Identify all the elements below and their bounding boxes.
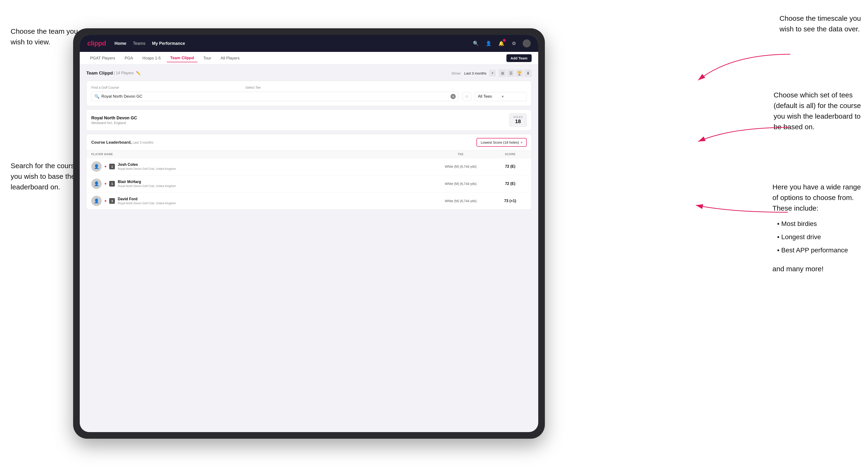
subnav-pga[interactable]: PGA — [121, 55, 137, 62]
player-cell-1: 👤 ♥ 1 Josh Coles Royal North Devon Golf … — [91, 161, 428, 172]
main-content: Team Clippd | 14 Players ✏️ Show: Last 3… — [80, 65, 538, 214]
leaderboard-section: Course Leaderboard, Last 3 months Lowest… — [86, 134, 532, 210]
table-header: PLAYER NAME TEE SCORE — [87, 151, 531, 158]
bullet-3: • Best APP performance — [777, 244, 861, 257]
tee-chevron-icon: ▾ — [502, 94, 524, 99]
download-icon[interactable]: ⬇ — [524, 69, 532, 77]
holes-badge: Holes 18 — [509, 114, 527, 127]
player-avatar-1: 👤 — [91, 161, 102, 172]
tee-cell-1: White (M) (6,744 yds) — [428, 165, 494, 168]
rank-badge-3: 3 — [109, 198, 115, 204]
score-cell-2: 72 (E) — [494, 182, 527, 186]
subnav: PGAT Players PGA Hcaps 1-5 Team Clippd T… — [80, 52, 538, 65]
player-cell-3: 👤 ♥ 3 David Ford Royal North Devon Golf … — [91, 196, 428, 206]
nav-home[interactable]: Home — [115, 41, 126, 46]
course-search-input-wrap[interactable]: 🔍 ✕ — [91, 92, 459, 101]
score-dropdown-chevron-icon: ▾ — [521, 141, 522, 144]
search-labels: Find a Golf Course Select Tee — [91, 86, 527, 89]
nav-my-performance[interactable]: My Performance — [152, 41, 185, 46]
player-name-2: Blair McHarg — [118, 180, 176, 184]
player-club-2: Royal North Devon Golf Club, United King… — [118, 184, 176, 188]
col-header-tee: TEE — [428, 153, 494, 156]
player-info-3: David Ford Royal North Devon Golf Club, … — [118, 197, 176, 205]
bullet-2: • Longest drive — [777, 230, 861, 244]
search-icon[interactable]: 🔍 — [472, 39, 480, 48]
leaderboard-header: Course Leaderboard, Last 3 months Lowest… — [87, 134, 531, 151]
ipad-screen: clippd Home Teams My Performance 🔍 👤 🔔 ⚙… — [80, 35, 538, 432]
team-header: Team Clippd | 14 Players ✏️ Show: Last 3… — [86, 69, 532, 77]
search-box: Find a Golf Course Select Tee 🔍 ✕ ☆ All … — [86, 81, 532, 106]
grid-view-icon[interactable]: ⊞ — [499, 69, 506, 77]
course-info: Royal North Devon GC Westward Ho!, Engla… — [91, 116, 509, 125]
player-avatar-2: 👤 — [91, 179, 102, 189]
course-location: Westward Ho!, England — [91, 121, 509, 125]
subnav-team-clippd[interactable]: Team Clippd — [166, 54, 198, 62]
annotation-top-right: Choose the timescale you wish to see the… — [780, 13, 861, 34]
score-type-text: Lowest Score (18 holes) — [481, 140, 519, 144]
heart-icon-1: ♥ — [104, 165, 106, 168]
score-type-dropdown[interactable]: Lowest Score (18 holes) ▾ — [476, 138, 527, 147]
annotation-top-left: Choose the team you wish to view. — [10, 26, 78, 47]
player-cell-2: 👤 ♥ 1 Blair McHarg Royal North Devon Gol… — [91, 179, 428, 189]
col-header-score: SCORE — [494, 153, 527, 156]
course-search-input[interactable] — [101, 94, 448, 99]
subnav-pgat[interactable]: PGAT Players — [86, 55, 119, 62]
score-cell-3: 73 (+1) — [494, 199, 527, 203]
table-row: 👤 ♥ 1 Josh Coles Royal North Devon Golf … — [87, 158, 531, 175]
tee-cell-2: White (M) (6,744 yds) — [428, 182, 494, 186]
course-name: Royal North Devon GC — [91, 116, 509, 121]
trophy-icon[interactable]: 🏆 — [516, 69, 523, 77]
avatar[interactable] — [523, 39, 531, 48]
player-club-1: Royal North Devon Golf Club, United King… — [118, 167, 176, 170]
bullet-1: • Most birdies — [777, 217, 861, 230]
team-title: Team Clippd — [86, 70, 113, 76]
player-name-3: David Ford — [118, 197, 176, 201]
rank-badge-2: 1 — [109, 181, 115, 187]
search-icon-inner: 🔍 — [94, 94, 99, 99]
player-avatar-3: 👤 — [91, 196, 102, 206]
notification-icon[interactable]: 🔔 — [497, 39, 505, 48]
tee-cell-3: White (M) (6,744 yds) — [428, 199, 494, 203]
subnav-all-players[interactable]: All Players — [217, 55, 243, 62]
holes-label: Holes — [513, 116, 523, 118]
select-tee-label: Select Tee — [246, 86, 261, 89]
search-row: 🔍 ✕ ☆ All Tees ▾ — [91, 92, 527, 101]
subnav-tour[interactable]: Tour — [199, 55, 215, 62]
course-result: Royal North Devon GC Westward Ho!, Engla… — [86, 110, 532, 131]
clear-search-button[interactable]: ✕ — [451, 94, 456, 99]
annotation-mid-left: Search for the course you wish to base t… — [10, 160, 78, 192]
list-view-icon[interactable]: ☰ — [507, 69, 515, 77]
subnav-hcaps[interactable]: Hcaps 1-5 — [139, 55, 164, 62]
bottom-right-footer: and many more! — [772, 263, 861, 274]
settings-icon[interactable]: ⚙ — [510, 39, 518, 48]
user-icon[interactable]: 👤 — [485, 39, 493, 48]
annotation-mid-right: Choose which set of tees (default is all… — [774, 90, 861, 132]
show-value: Last 3 months — [464, 71, 486, 75]
annotation-bottom-right: Here you have a wide range of options to… — [772, 182, 861, 274]
nav-teams[interactable]: Teams — [133, 41, 145, 46]
table-row: 👤 ♥ 3 David Ford Royal North Devon Golf … — [87, 192, 531, 210]
score-cell-1: 72 (E) — [494, 164, 527, 168]
col-header-player: PLAYER NAME — [91, 153, 428, 156]
heart-icon-2: ♥ — [104, 182, 106, 186]
player-name-1: Josh Coles — [118, 162, 176, 167]
team-header-right: Show: Last 3 months ▾ ⊞ ☰ 🏆 ⬇ — [452, 69, 532, 77]
find-course-label: Find a Golf Course — [91, 86, 119, 89]
show-dropdown[interactable]: ▾ — [489, 70, 496, 76]
navbar: clippd Home Teams My Performance 🔍 👤 🔔 ⚙ — [80, 35, 538, 52]
logo: clippd — [87, 40, 106, 47]
player-club-3: Royal North Devon Golf Club, United King… — [118, 201, 176, 205]
leaderboard-title: Course Leaderboard, — [91, 140, 132, 145]
player-info-1: Josh Coles Royal North Devon Golf Club, … — [118, 162, 176, 170]
table-row: 👤 ♥ 1 Blair McHarg Royal North Devon Gol… — [87, 175, 531, 192]
team-count: | 14 Players — [114, 71, 134, 75]
edit-team-icon[interactable]: ✏️ — [136, 71, 141, 75]
leaderboard-subtitle: Last 3 months — [132, 141, 153, 144]
player-info-2: Blair McHarg Royal North Devon Golf Club… — [118, 180, 176, 188]
tee-select[interactable]: All Tees ▾ — [475, 92, 527, 101]
holes-number: 18 — [513, 118, 523, 125]
favourite-button[interactable]: ☆ — [463, 92, 471, 101]
heart-icon-3: ♥ — [104, 199, 106, 203]
show-label: Show: — [452, 71, 461, 75]
add-team-button[interactable]: Add Team — [506, 54, 532, 62]
